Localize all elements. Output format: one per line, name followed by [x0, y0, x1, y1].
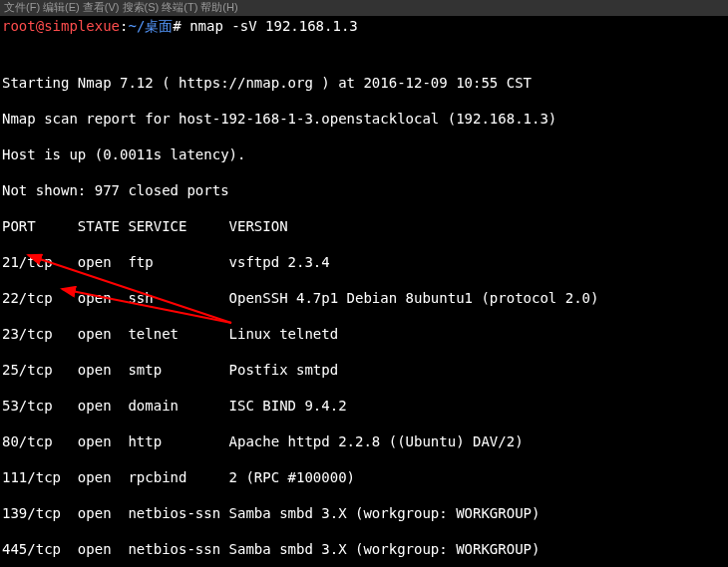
output-not-shown: Not shown: 977 closed ports	[2, 181, 726, 199]
prompt-cwd: ~/桌面	[128, 18, 173, 34]
prompt-hash: #	[173, 18, 189, 34]
menubar[interactable]: 文件(F) 编辑(E) 查看(V) 搜索(S) 终端(T) 帮助(H)	[0, 0, 728, 16]
port-row: 445/tcp open netbios-ssn Samba smbd 3.X …	[2, 540, 726, 558]
command-text[interactable]: nmap -sV 192.168.1.3	[189, 18, 358, 34]
output-header: PORT STATE SERVICE VERSION	[2, 217, 726, 235]
port-row: 21/tcp open ftp vsftpd 2.3.4	[2, 253, 726, 271]
port-row: 111/tcp open rpcbind 2 (RPC #100000)	[2, 468, 726, 486]
port-row: 139/tcp open netbios-ssn Samba smbd 3.X …	[2, 504, 726, 522]
terminal-output[interactable]: Starting Nmap 7.12 ( https://nmap.org ) …	[0, 36, 728, 567]
port-row: 22/tcp open ssh OpenSSH 4.7p1 Debian 8ub…	[2, 289, 726, 307]
port-row: 23/tcp open telnet Linux telnetd	[2, 325, 726, 343]
output-start: Starting Nmap 7.12 ( https://nmap.org ) …	[2, 74, 726, 92]
port-row: 53/tcp open domain ISC BIND 9.4.2	[2, 397, 726, 415]
prompt-user-host: root@simplexue	[2, 18, 120, 34]
output-report: Nmap scan report for host-192-168-1-3.op…	[2, 110, 726, 128]
output-host-up: Host is up (0.0011s latency).	[2, 145, 726, 163]
port-row: 80/tcp open http Apache httpd 2.2.8 ((Ub…	[2, 432, 726, 450]
port-row: 25/tcp open smtp Postfix smtpd	[2, 361, 726, 379]
prompt-line: root@simplexue:~/桌面# nmap -sV 192.168.1.…	[0, 16, 728, 36]
